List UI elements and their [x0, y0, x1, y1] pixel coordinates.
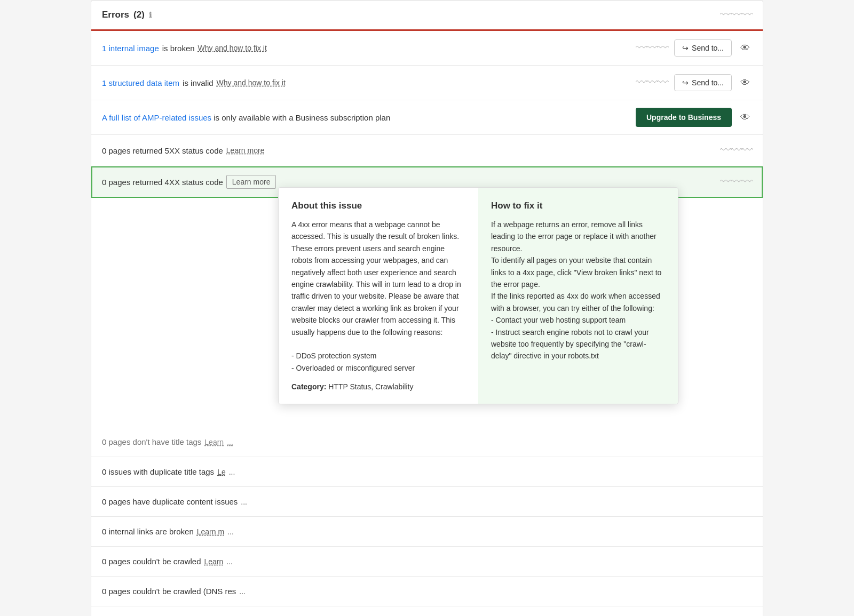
- row-5xx-content: 0 pages returned 5XX status code Learn m…: [102, 146, 720, 155]
- broken-links-text: 0 internal links are broken: [102, 527, 194, 536]
- send-arrow-icon-2: ↪: [682, 78, 689, 87]
- title-tags-text: 0 pages don't have title tags: [102, 437, 201, 446]
- structured-data-why-fix[interactable]: Why and how to fix it: [217, 78, 286, 87]
- header-squiggle: 〰〰〰: [720, 8, 752, 22]
- broken-links-ellipsis: ...: [227, 527, 234, 536]
- row-amp: A full list of AMP-related issues is onl…: [91, 100, 763, 135]
- broken-image-eye[interactable]: 👁: [738, 41, 752, 56]
- duplicate-content-cutoff: ...: [241, 498, 247, 506]
- not-crawled-ellipsis: ...: [226, 557, 233, 566]
- eye-icon-3: 👁: [740, 112, 750, 123]
- errors-title-text: Errors: [102, 10, 129, 20]
- amp-row-content: A full list of AMP-related issues is onl…: [102, 113, 636, 122]
- row-not-crawled-content: 0 pages couldn't be crawled Learn ...: [102, 557, 752, 566]
- amp-eye[interactable]: 👁: [738, 110, 752, 125]
- row-broken-links: 0 internal links are broken Learn m ...: [91, 517, 763, 547]
- row-title-tags: 0 pages don't have title tags Learn ...: [91, 427, 763, 457]
- amp-link[interactable]: A full list of AMP-related issues: [102, 113, 211, 122]
- structured-data-send-to[interactable]: ↪ Send to...: [674, 74, 732, 91]
- tooltip-popup: About this issue A 4xx error means that …: [278, 187, 678, 404]
- 4xx-squiggle: 〰〰〰: [720, 175, 752, 189]
- structured-data-link[interactable]: 1 structured data item: [102, 78, 179, 87]
- send-to-label: Send to...: [692, 44, 724, 52]
- dns-resolve-text: 0 pages couldn't be crawled (DNS res: [102, 587, 236, 596]
- row-incorrect: 0 pages couldn't be crawled (incorrec ..…: [91, 606, 763, 616]
- eye-icon: 👁: [740, 43, 750, 53]
- tooltip-category: Category: HTTP Status, Crawlability: [291, 382, 465, 391]
- 4xx-text: 0 pages returned 4XX status code: [102, 178, 223, 187]
- about-reasons: - DDoS protection system- Overloaded or …: [291, 351, 415, 372]
- not-crawled-learn-more[interactable]: Learn: [204, 557, 224, 566]
- duplicate-title-learn-more[interactable]: Le: [217, 468, 226, 476]
- 5xx-text: 0 pages returned 5XX status code: [102, 146, 223, 155]
- row-broken-image: 1 internal image is broken Why and how t…: [91, 31, 763, 66]
- tooltip-fix-text: If a webpage returns an error, remove al…: [491, 219, 665, 362]
- broken-image-actions: 〰〰〰 ↪ Send to... 👁: [636, 39, 752, 57]
- structured-data-eye[interactable]: 👁: [738, 75, 752, 91]
- row-title-tags-content: 0 pages don't have title tags Learn ...: [102, 437, 752, 446]
- dns-ellipsis: ...: [239, 587, 246, 596]
- category-value: HTTP Status, Crawlability: [328, 382, 413, 391]
- not-crawled-text: 0 pages couldn't be crawled: [102, 557, 201, 566]
- row-duplicate-content: 0 pages have duplicate content issues ..…: [91, 487, 763, 517]
- row-structured-data: 1 structured data item is invalid Why an…: [91, 66, 763, 100]
- tooltip-about-panel: About this issue A 4xx error means that …: [279, 188, 478, 404]
- 5xx-learn-more[interactable]: Learn more: [226, 146, 265, 155]
- tooltip-fix-panel: How to fix it If a webpage returns an er…: [478, 188, 678, 404]
- tooltip-about-title: About this issue: [291, 201, 465, 211]
- tooltip-about-text: A 4xx error means that a webpage cannot …: [291, 219, 465, 374]
- structured-data-text: is invalid: [183, 78, 213, 87]
- page-wrapper: Errors (2) ℹ 〰〰〰 1 internal image is bro…: [91, 0, 763, 616]
- row-5xx: 0 pages returned 5XX status code Learn m…: [91, 135, 763, 166]
- row-duplicate-title-content: 0 issues with duplicate title tags Le ..…: [102, 467, 752, 476]
- errors-header: Errors (2) ℹ 〰〰〰: [91, 1, 763, 31]
- broken-image-link[interactable]: 1 internal image: [102, 44, 159, 53]
- about-main-text: A 4xx error means that a webpage cannot …: [291, 220, 461, 337]
- row-dns-resolve: 0 pages couldn't be crawled (DNS res ...: [91, 577, 763, 606]
- amp-text: is only available with a Business subscr…: [213, 113, 390, 122]
- send-arrow-icon: ↪: [682, 44, 689, 52]
- duplicate-content-text: 0 pages have duplicate content issues: [102, 497, 238, 506]
- errors-count: (2): [133, 10, 145, 20]
- structured-data-actions: 〰〰〰 ↪ Send to... 👁: [636, 74, 752, 91]
- row-duplicate-title: 0 issues with duplicate title tags Le ..…: [91, 457, 763, 487]
- amp-row-actions: Upgrade to Business 👁: [636, 108, 752, 127]
- row-dns-resolve-content: 0 pages couldn't be crawled (DNS res ...: [102, 587, 752, 596]
- category-label: Category:: [291, 382, 326, 391]
- 4xx-actions: 〰〰〰: [720, 175, 752, 189]
- row-structured-data-content: 1 structured data item is invalid Why an…: [102, 78, 636, 87]
- broken-image-why-fix[interactable]: Why and how to fix it: [198, 44, 267, 52]
- 5xx-actions: 〰〰〰: [720, 143, 752, 157]
- row-not-crawled: 0 pages couldn't be crawled Learn ...: [91, 547, 763, 577]
- errors-title-group: Errors (2) ℹ: [102, 10, 152, 20]
- duplicate-title-text: 0 issues with duplicate title tags: [102, 467, 214, 476]
- row-duplicate-content-content: 0 pages have duplicate content issues ..…: [102, 497, 752, 506]
- title-tags-learn-more[interactable]: Learn: [204, 438, 224, 446]
- broken-image-squiggle: 〰〰〰: [636, 41, 668, 55]
- structured-data-squiggle: 〰〰〰: [636, 76, 668, 90]
- broken-links-learn-more[interactable]: Learn m: [197, 527, 224, 536]
- upgrade-business-button[interactable]: Upgrade to Business: [636, 108, 732, 127]
- broken-image-send-to[interactable]: ↪ Send to...: [674, 39, 732, 57]
- title-tags-ellipsis: ...: [227, 438, 233, 446]
- duplicate-title-ellipsis: ...: [229, 468, 235, 476]
- broken-image-text: is broken: [162, 44, 195, 53]
- send-to-label-2: Send to...: [692, 78, 724, 87]
- eye-icon-2: 👁: [740, 77, 750, 88]
- 4xx-learn-more[interactable]: Learn more: [226, 175, 276, 189]
- info-icon[interactable]: ℹ: [149, 11, 152, 19]
- rows-below: 0 pages don't have title tags Learn ... …: [91, 427, 763, 616]
- row-broken-links-content: 0 internal links are broken Learn m ...: [102, 527, 752, 536]
- 5xx-squiggle: 〰〰〰: [720, 143, 752, 157]
- row-broken-image-content: 1 internal image is broken Why and how t…: [102, 44, 636, 53]
- tooltip-fix-title: How to fix it: [491, 201, 665, 211]
